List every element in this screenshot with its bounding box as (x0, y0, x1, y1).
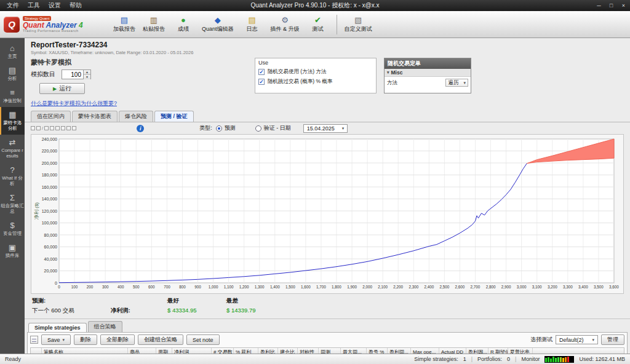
manage-button[interactable]: 管理 (601, 334, 624, 345)
spin-down-icon[interactable]: ▼ (84, 75, 90, 79)
svg-text:0: 0 (55, 281, 57, 285)
sidebar-item-what-if[interactable]: ?What If 分析 (0, 162, 25, 190)
toolbar-button-paste-report[interactable]: ▥粘贴报告 (139, 13, 169, 36)
close-button[interactable]: × (620, 2, 628, 9)
legend-square[interactable] (36, 126, 41, 130)
menu-item-1[interactable]: 工具 (23, 1, 44, 10)
tab-3[interactable]: 预测 / 验证 (154, 111, 194, 122)
column-header-0[interactable]: 策略名称 (42, 348, 128, 354)
save-button[interactable]: Save ▾ (41, 334, 71, 345)
legend-square[interactable] (44, 126, 49, 130)
svg-text:500: 500 (133, 285, 140, 289)
column-header-17[interactable]: 夏普比率 (508, 348, 533, 354)
column-header-6[interactable]: 盈利比 (258, 348, 278, 354)
sidebar-item-equity-control[interactable]: ≡净值控制 (0, 85, 25, 107)
sidebar-item-portfolio[interactable]: Σ组合策略汇总 (0, 190, 25, 218)
column-header-14[interactable]: Actual DD (439, 348, 466, 354)
toolbar-button-plugins[interactable]: ⚙插件 & 升级 (267, 13, 303, 36)
equity-chart[interactable]: 020,00040,00060,00080,000100,000120,0001… (31, 134, 624, 294)
toolbar-button-log[interactable]: ▤日志 (237, 13, 267, 36)
info-icon[interactable]: i (137, 125, 144, 132)
column-header-15[interactable]: 盈利因... (466, 348, 488, 354)
column-header-13[interactable]: Max ope... (411, 348, 439, 354)
menu-item-2[interactable]: 设置 (44, 1, 65, 10)
checkbox-icon[interactable]: ✓ (258, 79, 265, 85)
method-select[interactable]: 遍历▾ (445, 79, 468, 87)
action-button-3[interactable]: Set note (186, 334, 220, 345)
legend-square[interactable] (72, 126, 76, 130)
run-button[interactable]: ▶ 运行 (39, 83, 85, 94)
action-button-0[interactable]: 删除 (74, 334, 97, 345)
column-header-10[interactable]: 最大回... (341, 348, 367, 354)
svg-text:净利 ($): 净利 ($) (34, 202, 39, 220)
column-header-11[interactable]: 盈号 % (367, 348, 388, 354)
use-option-label: 随机交易使用 (方法) 方法 (268, 68, 326, 76)
spin-up-icon[interactable]: ▲ (84, 70, 90, 75)
sidebar-item-databank[interactable]: ▣插件库 (0, 240, 25, 262)
simulations-label: 模拟数目 (31, 70, 55, 79)
legend-square[interactable] (61, 126, 65, 130)
monte-carlo-help-link[interactable]: 什么是蒙特卡罗模拟为什么很重要? (31, 100, 117, 106)
test-select[interactable]: Default(2) ▾ (556, 335, 598, 344)
use-option-1[interactable]: ✓随机跳过交易 (概率) % 概率 (258, 78, 373, 85)
sidebar-item-home[interactable]: ⌂主页 (0, 41, 25, 63)
window-controls: ─□× (595, 2, 628, 9)
portfolio-icon: Σ (10, 193, 15, 202)
forecast-radio[interactable]: 预测 (216, 124, 236, 132)
column-header-16[interactable]: R 期望值 (488, 348, 508, 354)
date-select[interactable]: 15.04.2025 ▾ (303, 124, 348, 133)
column-header-5[interactable]: % 获利 (234, 348, 258, 354)
sidebar-item-label: 蒙特卡洛分析 (1, 120, 24, 131)
sidebar-item-analysis[interactable]: ▤分析 (0, 63, 25, 85)
menu-item-0[interactable]: 文件 (2, 1, 23, 10)
misc-group-header[interactable]: ▾ Misc (385, 69, 471, 77)
legend-separator: / (42, 125, 43, 131)
minimize-button[interactable]: ─ (595, 2, 603, 9)
toolbar-button-load-report[interactable]: ▤加载报告 (110, 13, 139, 36)
column-header-8[interactable]: 对称性 (298, 348, 319, 354)
worst-header: 最差 (226, 297, 285, 305)
column-header-3[interactable]: 净利润 (172, 348, 212, 354)
legend-square[interactable] (66, 126, 71, 130)
action-button-2[interactable]: 创建组合策略 (138, 334, 183, 345)
menu-item-3[interactable]: 帮助 (65, 1, 86, 10)
svg-text:140,000: 140,000 (42, 197, 57, 201)
action-button-1[interactable]: 全部删除 (100, 334, 135, 345)
strategies-tab-1[interactable]: 组合策略 (88, 321, 122, 332)
forecast-radio-icon[interactable] (216, 125, 222, 132)
column-header-9[interactable]: 回测 (319, 348, 341, 354)
legend-square[interactable] (55, 126, 60, 130)
maximize-button[interactable]: □ (607, 2, 615, 9)
simulations-stepper[interactable]: ▲ ▼ (62, 69, 91, 79)
sidebar-item-monte-carlo[interactable]: ▦蒙特卡洛分析 (0, 107, 25, 135)
order-row-0: 方法遍历▾ (385, 77, 471, 89)
tab-1[interactable]: 蒙特卡洛图表 (72, 111, 118, 122)
checkbox-icon[interactable]: ✓ (258, 69, 265, 75)
sidebar-item-money-management[interactable]: $资金管理 (0, 218, 25, 240)
tab-0[interactable]: 值在区间内 (31, 111, 71, 122)
legend-square[interactable] (31, 126, 35, 130)
column-header-2[interactable]: 周期 (156, 348, 172, 354)
monte-carlo-title: 蒙特卡罗模拟 (31, 58, 247, 67)
tab-2[interactable]: 爆仓风险 (119, 111, 153, 122)
column-header-7[interactable]: 建仓比 (278, 348, 298, 354)
use-option-0[interactable]: ✓随机交易使用 (方法) 方法 (258, 68, 373, 76)
validate-radio-icon[interactable] (255, 125, 261, 132)
toolbar-button-test[interactable]: ✔测试 (303, 13, 333, 36)
column-header-4[interactable]: # 交易数 (212, 348, 234, 354)
sidebar-item-compare-results[interactable]: ⇄Compare results (0, 135, 25, 162)
custom-test-button[interactable]: ▧ 自定义测试 (341, 13, 376, 36)
simulations-input[interactable] (62, 70, 83, 79)
report-meta: Symbol: XAUUSD, Timeframe: unknown, Date… (31, 50, 624, 55)
toolbar-button-results[interactable]: ●成绩 (169, 13, 198, 36)
column-header-12[interactable]: 盈利回... (388, 348, 411, 354)
order-row-label: 方法 (387, 79, 397, 87)
column-header-1[interactable]: 商品 (128, 348, 156, 354)
validate-radio[interactable]: 验证 - 日期 (255, 124, 291, 132)
memory-monitor[interactable] (544, 356, 574, 363)
svg-text:160,000: 160,000 (42, 185, 57, 189)
strategies-tab-0[interactable]: Simple strategies (28, 323, 87, 332)
legend-square[interactable] (50, 126, 54, 130)
toolbar-button-quant-editor[interactable]: ◆Quant编辑器 (198, 13, 237, 36)
column-config-icon[interactable] (30, 336, 38, 344)
